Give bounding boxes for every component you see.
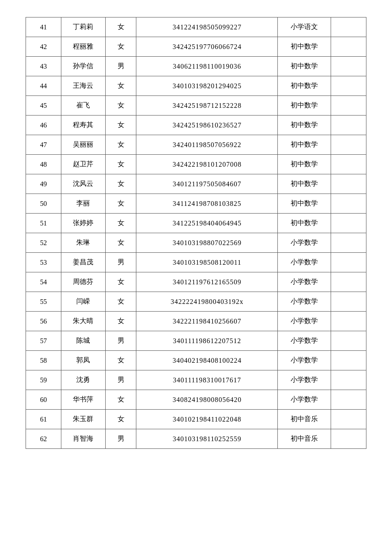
row-subject: 初中数学 <box>278 57 331 76</box>
row-number: 47 <box>26 135 61 155</box>
row-subject: 初中数学 <box>278 194 331 214</box>
row-subject: 小学数学 <box>278 351 331 370</box>
row-extra <box>331 37 366 57</box>
row-gender: 男 <box>105 57 136 76</box>
row-subject: 初中数学 <box>278 135 331 155</box>
row-extra <box>331 155 366 174</box>
row-extra <box>331 351 366 370</box>
row-number: 44 <box>26 76 61 96</box>
row-subject: 初中数学 <box>278 214 331 233</box>
row-id: 340103198508120011 <box>136 253 278 272</box>
row-extra <box>331 57 366 76</box>
row-extra <box>331 292 366 312</box>
row-subject: 小学数学 <box>278 390 331 410</box>
table-row: 59 沈勇 男 340111198310017617 小学数学 <box>26 370 366 390</box>
row-name: 沈风云 <box>61 174 106 194</box>
table-row: 42 程丽雅 女 342425197706066724 初中数学 <box>26 37 366 57</box>
row-id: 340111198612207512 <box>136 331 278 351</box>
table-row: 53 姜昌茂 男 340103198508120011 小学数学 <box>26 253 366 272</box>
row-subject: 小学数学 <box>278 370 331 390</box>
row-number: 50 <box>26 194 61 214</box>
row-extra <box>331 76 366 96</box>
row-subject: 初中数学 <box>278 155 331 174</box>
row-gender: 女 <box>105 390 136 410</box>
row-number: 54 <box>26 272 61 292</box>
row-name: 周德芬 <box>61 272 106 292</box>
row-subject: 初中音乐 <box>278 429 331 449</box>
row-extra <box>331 272 366 292</box>
row-number: 59 <box>26 370 61 390</box>
row-number: 43 <box>26 57 61 76</box>
row-gender: 女 <box>105 155 136 174</box>
row-extra <box>331 116 366 135</box>
row-extra <box>331 253 366 272</box>
row-id: 341225198404064945 <box>136 214 278 233</box>
row-number: 45 <box>26 96 61 116</box>
row-id: 340121197505084607 <box>136 174 278 194</box>
table-row: 57 陈城 男 340111198612207512 小学数学 <box>26 331 366 351</box>
row-gender: 女 <box>105 194 136 214</box>
row-gender: 女 <box>105 233 136 253</box>
row-name: 陈城 <box>61 331 106 351</box>
table-row: 52 朱琳 女 340103198807022569 小学数学 <box>26 233 366 253</box>
row-number: 46 <box>26 116 61 135</box>
table-row: 51 张婷婷 女 341225198404064945 初中数学 <box>26 214 366 233</box>
row-subject: 小学数学 <box>278 272 331 292</box>
row-name: 朱大晴 <box>61 312 106 331</box>
row-id: 340103198201294025 <box>136 76 278 96</box>
table-row: 43 孙学信 男 340621198110019036 初中数学 <box>26 57 366 76</box>
row-id: 340824198008056420 <box>136 390 278 410</box>
row-subject: 小学数学 <box>278 233 331 253</box>
row-id: 340402198408100224 <box>136 351 278 370</box>
row-name: 闫嵘 <box>61 292 106 312</box>
row-name: 张婷婷 <box>61 214 106 233</box>
table-row: 54 周德芬 女 340121197612165509 小学数学 <box>26 272 366 292</box>
row-id: 340103198807022569 <box>136 233 278 253</box>
row-subject: 小学数学 <box>278 331 331 351</box>
row-name: 华书萍 <box>61 390 106 410</box>
row-extra <box>331 214 366 233</box>
row-name: 赵卫芹 <box>61 155 106 174</box>
row-id: 340111198310017617 <box>136 370 278 390</box>
row-number: 61 <box>26 410 61 429</box>
row-gender: 男 <box>105 370 136 390</box>
row-id: 342401198507056922 <box>136 135 278 155</box>
row-id: 342425197706066724 <box>136 37 278 57</box>
row-id: 341124198708103825 <box>136 194 278 214</box>
row-id: 340121197612165509 <box>136 272 278 292</box>
row-name: 孙学信 <box>61 57 106 76</box>
row-subject: 小学数学 <box>278 312 331 331</box>
row-name: 崔飞 <box>61 96 106 116</box>
row-subject: 初中数学 <box>278 96 331 116</box>
row-extra <box>331 96 366 116</box>
row-extra <box>331 390 366 410</box>
row-number: 53 <box>26 253 61 272</box>
row-number: 56 <box>26 312 61 331</box>
row-extra <box>331 370 366 390</box>
row-subject: 小学数学 <box>278 292 331 312</box>
row-number: 41 <box>26 17 61 37</box>
row-number: 55 <box>26 292 61 312</box>
row-name: 程丽雅 <box>61 37 106 57</box>
row-number: 62 <box>26 429 61 449</box>
row-name: 王海云 <box>61 76 106 96</box>
row-gender: 女 <box>105 37 136 57</box>
row-gender: 女 <box>105 76 136 96</box>
row-subject: 小学语文 <box>278 17 331 37</box>
row-subject: 初中数学 <box>278 116 331 135</box>
row-gender: 女 <box>105 135 136 155</box>
row-gender: 女 <box>105 116 136 135</box>
row-subject: 初中音乐 <box>278 410 331 429</box>
row-name: 程寿其 <box>61 116 106 135</box>
table-row: 58 郭凤 女 340402198408100224 小学数学 <box>26 351 366 370</box>
row-number: 58 <box>26 351 61 370</box>
main-table-container: 41 丁莉莉 女 341224198505099227 小学语文 42 程丽雅 … <box>26 17 366 449</box>
row-extra <box>331 312 366 331</box>
row-extra <box>331 410 366 429</box>
row-gender: 女 <box>105 410 136 429</box>
table-row: 61 朱玉群 女 340102198411022048 初中音乐 <box>26 410 366 429</box>
row-name: 吴丽丽 <box>61 135 106 155</box>
row-id: 342425198610236527 <box>136 116 278 135</box>
row-extra <box>331 233 366 253</box>
row-number: 49 <box>26 174 61 194</box>
